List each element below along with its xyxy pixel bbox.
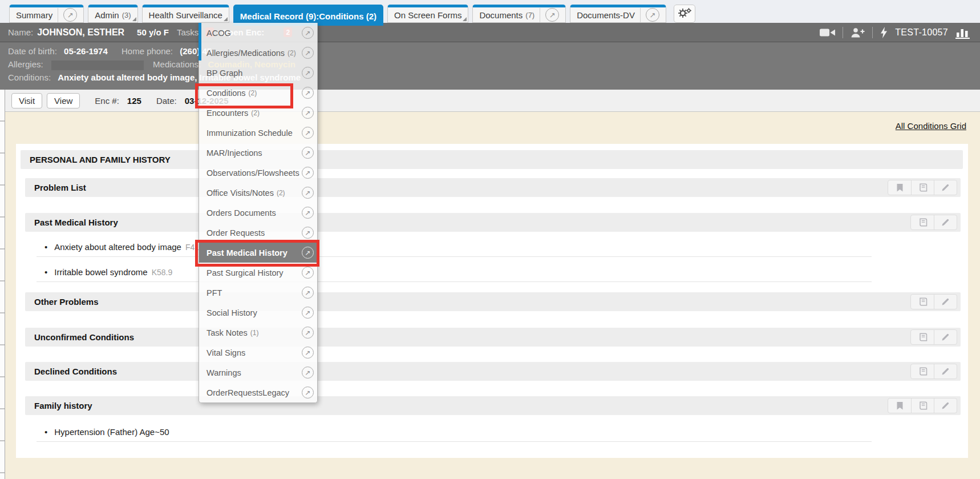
menu-item-immunization-schedule[interactable]: Immunization Schedule (199, 123, 317, 143)
pencil-icon[interactable] (934, 330, 957, 344)
menu-item-acog[interactable]: ACOG (199, 23, 317, 43)
popout-icon[interactable] (646, 8, 659, 22)
tab-label: Summary (16, 10, 52, 20)
condition-item: • Irritable bowel syndrome K58.9 (37, 263, 872, 282)
popout-icon[interactable] (302, 307, 314, 319)
ehr-window: Summary Admin (3) Health Surveillance Me… (0, 0, 980, 479)
section-title: Family history (34, 401, 92, 410)
pencil-icon[interactable] (934, 295, 957, 309)
section-title: PERSONAL AND FAMILY HISTORY (30, 155, 171, 164)
popout-icon[interactable] (302, 47, 314, 59)
tab-summary[interactable]: Summary (9, 5, 84, 23)
book-icon[interactable] (911, 399, 934, 413)
menu-item-vital-signs[interactable]: Vital Signs (199, 343, 317, 363)
date-label: Date: (156, 96, 177, 106)
popout-icon[interactable] (302, 127, 314, 139)
redaction-box (51, 61, 144, 70)
book-icon[interactable] (911, 180, 934, 195)
popout-icon[interactable] (302, 247, 314, 259)
popout-icon[interactable] (302, 367, 314, 379)
left-collapse-rail[interactable] (0, 90, 5, 479)
book-icon[interactable] (911, 295, 934, 309)
popout-icon[interactable] (302, 147, 314, 159)
menu-item-office-visits-notes[interactable]: Office Visits/Notes(2) (199, 183, 317, 203)
pencil-icon[interactable] (934, 180, 957, 195)
icd-code: K58.9 (152, 268, 173, 277)
condition-name: Irritable bowel syndrome (54, 267, 147, 277)
menu-item-conditions[interactable]: Conditions(2) (199, 83, 317, 103)
banner-row-allergies: Allergies: Medications: Coumadin, Neomyc… (8, 58, 972, 71)
book-icon[interactable] (911, 215, 934, 230)
menu-item-mar-injections[interactable]: MAR/Injections (199, 143, 317, 163)
tab-documents[interactable]: Documents (7) (472, 5, 566, 23)
bar-chart-icon[interactable] (955, 27, 971, 39)
menu-item-encounters[interactable]: Encounters(2) (199, 103, 317, 123)
patient-name: JOHNSON, ESTHER (37, 27, 124, 38)
tab-label: On Screen Forms (394, 10, 461, 20)
popout-icon[interactable] (302, 287, 314, 299)
menu-item-orders-documents[interactable]: Orders Documents (199, 203, 317, 223)
popout-icon[interactable] (302, 87, 314, 99)
tasks-label[interactable]: Tasks (177, 27, 199, 37)
popout-icon[interactable] (302, 387, 314, 399)
popout-icon[interactable] (63, 8, 77, 22)
view-button[interactable]: View (47, 93, 80, 108)
pencil-icon[interactable] (934, 215, 957, 230)
section-personal-family-history: PERSONAL AND FAMILY HISTORY (21, 150, 963, 169)
popout-icon[interactable] (302, 267, 314, 279)
dob-label: Date of birth: (8, 46, 57, 56)
popout-icon[interactable] (302, 347, 314, 359)
bookmark-icon[interactable] (888, 399, 911, 413)
menu-item-order-requests[interactable]: Order Requests (199, 223, 317, 243)
popout-icon[interactable] (302, 67, 314, 79)
pencil-icon[interactable] (934, 399, 957, 413)
patient-banner-top-row: Name: JOHNSON, ESTHER 50 y/o F Tasks Ope… (0, 23, 980, 42)
book-icon[interactable] (911, 364, 934, 379)
conditions-label: Conditions: (8, 73, 51, 82)
book-icon[interactable] (911, 330, 934, 344)
video-camera-icon[interactable] (820, 28, 835, 37)
section-title: Unconfirmed Conditions (34, 332, 134, 342)
family-condition-name: Hypertension (Father) Age~50 (54, 427, 169, 437)
popout-icon[interactable] (302, 207, 314, 219)
medical-record-dropdown: ACOG Allergies/Medications(2) BP Graph C… (199, 23, 318, 403)
tab-on-screen-forms[interactable]: On Screen Forms (387, 5, 468, 23)
section-title: Problem List (34, 183, 86, 192)
pencil-icon[interactable] (934, 364, 957, 379)
popout-icon[interactable] (302, 227, 314, 239)
menu-item-pft[interactable]: PFT (199, 283, 317, 303)
menu-item-social-history[interactable]: Social History (199, 303, 317, 323)
section-actions (888, 180, 957, 195)
tab-admin[interactable]: Admin (3) (88, 5, 137, 23)
menu-item-orderrequestslegacy[interactable]: OrderRequestsLegacy (199, 383, 317, 402)
lightning-bolt-icon[interactable] (880, 27, 888, 38)
menu-item-past-medical-history[interactable]: Past Medical History (199, 243, 317, 263)
menu-item-allergies-medications[interactable]: Allergies/Medications(2) (199, 43, 317, 63)
popout-icon[interactable] (302, 27, 314, 39)
section-family-history: Family history (25, 396, 961, 415)
menu-item-bp-graph[interactable]: BP Graph (199, 63, 317, 83)
popout-icon[interactable] (302, 187, 314, 199)
tab-health-surveillance[interactable]: Health Surveillance (142, 5, 229, 23)
enc-value: 125 (127, 96, 141, 106)
popout-icon[interactable] (302, 107, 314, 119)
menu-item-task-notes[interactable]: Task Notes(1) (199, 323, 317, 343)
home-phone-label: Home phone: (122, 46, 173, 56)
tab-count: (7) (525, 11, 534, 19)
popout-icon[interactable] (302, 167, 314, 179)
visit-button[interactable]: Visit (11, 93, 42, 108)
bullet: • (44, 427, 47, 437)
history-panel: PERSONAL AND FAMILY HISTORY Problem List (16, 144, 968, 458)
settings-button[interactable] (674, 5, 695, 23)
all-conditions-grid-link[interactable]: All Conditions Grid (896, 121, 966, 131)
condition-name: Anxiety about altered body image (54, 242, 181, 252)
menu-item-warnings[interactable]: Warnings (199, 363, 317, 383)
add-person-icon[interactable] (851, 27, 865, 38)
tab-label: Medical Record (9):Conditions (2) (240, 11, 376, 21)
bookmark-icon[interactable] (888, 180, 911, 195)
popout-icon[interactable] (545, 8, 559, 22)
menu-item-past-surgical-history[interactable]: Past Surgical History (199, 263, 317, 283)
tab-documents-dv[interactable]: Documents-DV (570, 5, 666, 23)
menu-item-observations-flowsheets[interactable]: Observations/Flowsheets (199, 163, 317, 183)
popout-icon[interactable] (302, 327, 314, 339)
